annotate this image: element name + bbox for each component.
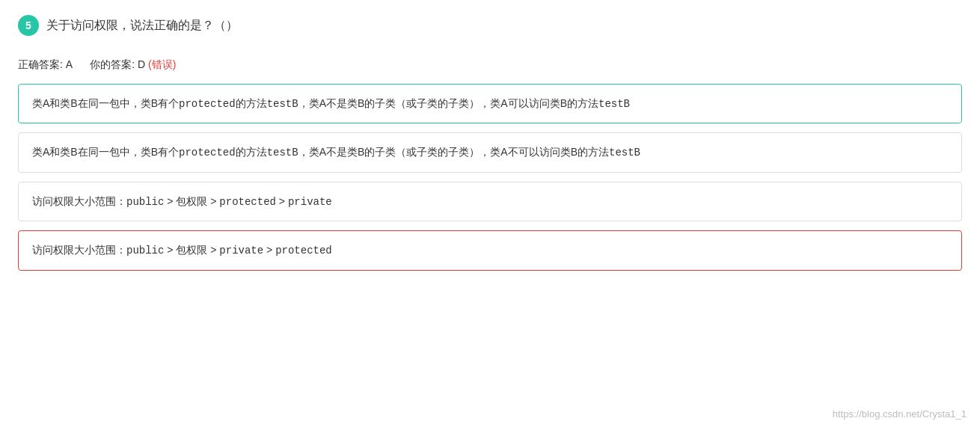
question-header: 5 关于访问权限，说法正确的是？（） [18,15,962,36]
question-number: 5 [18,15,39,36]
option-card-c: 访问权限大小范围：public > 包权限 > protected > priv… [18,182,962,221]
option-d-text: 访问权限大小范围：public > 包权限 > private > protec… [32,244,332,256]
option-a-text: 类A和类B在同一包中，类B有个protected的方法testB，类A不是类B的… [32,97,630,109]
option-b-text: 类A和类B在同一包中，类B有个protected的方法testB，类A不是类B的… [32,146,640,158]
watermark: https://blog.csdn.net/Crysta1_1 [833,408,967,420]
option-card-a: 类A和类B在同一包中，类B有个protected的方法testB，类A不是类B的… [18,84,962,123]
your-answer-label: 你的答案: D (错误) [90,58,176,70]
option-card-b: 类A和类B在同一包中，类B有个protected的方法testB，类A不是类B的… [18,132,962,172]
option-c-text: 访问权限大小范围：public > 包权限 > protected > priv… [32,195,332,207]
correct-answer-label: 正确答案: A [18,58,72,70]
option-card-d: 访问权限大小范围：public > 包权限 > private > protec… [18,230,962,270]
page-container: 5 关于访问权限，说法正确的是？（） 正确答案: A 你的答案: D (错误) … [0,0,980,430]
answer-line: 正确答案: A 你的答案: D (错误) [18,58,962,72]
question-text: 关于访问权限，说法正确的是？（） [46,18,238,34]
wrong-tag: (错误) [148,58,176,70]
